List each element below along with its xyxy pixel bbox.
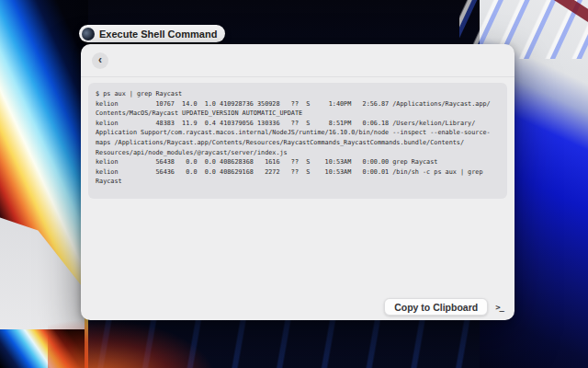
execute-shell-command-window: ‹ $ ps aux | grep Raycast kelion 10767 1… [81, 44, 514, 320]
command-title-label: Execute Shell Command [99, 29, 217, 40]
command-title-pill: Execute Shell Command [79, 25, 225, 42]
chevron-left-icon: ‹ [98, 54, 102, 65]
back-button[interactable]: ‹ [92, 52, 108, 69]
wallpaper-top-right-red-sliver [537, 0, 588, 24]
wallpaper-orange-glow [48, 320, 213, 368]
shell-command-icon [82, 28, 95, 40]
desktop: Execute Shell Command ‹ $ ps aux | grep … [0, 0, 588, 368]
shell-output-text: $ ps aux | grep Raycast kelion 10767 14.… [96, 89, 500, 187]
wallpaper-bottom-left-ribbon [0, 329, 85, 368]
wallpaper-gray-swath [0, 210, 85, 339]
copy-to-clipboard-button[interactable]: Copy to Clipboard [384, 298, 488, 316]
window-header: ‹ [81, 44, 514, 77]
shell-output-panel: $ ps aux | grep Raycast kelion 10767 14.… [88, 83, 507, 199]
window-footer: Copy to Clipboard >_ [384, 298, 503, 316]
terminal-prompt-icon[interactable]: >_ [495, 303, 503, 312]
wallpaper-bottom-streaks [85, 320, 487, 368]
wallpaper-rainbow-ribbon [0, 0, 88, 368]
